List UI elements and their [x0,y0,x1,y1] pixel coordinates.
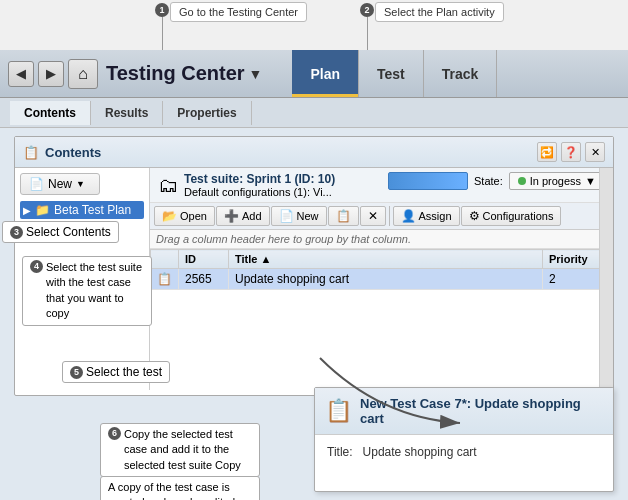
suite-title: Test suite: Sprint 1 (ID: 10) [184,172,335,186]
step2-bubble: Select the Plan activity [375,2,504,22]
nav-tabs: Plan Test Track [292,50,497,97]
step5-dot: 5 [70,366,83,379]
col-checkbox [151,250,179,269]
callout3: 3 Select Contents [2,221,119,243]
tab-plan[interactable]: Plan [292,50,359,97]
new-dropdown-button[interactable]: 📄 New ▼ [20,173,100,195]
home-button[interactable]: ⌂ [68,59,98,89]
grid-toolbar: 📂 Open ➕ Add 📄 New 📋 [150,203,613,230]
title-value: Update shopping cart [363,445,601,459]
state-dropdown-arrow: ▼ [585,175,596,187]
grid-scrollbar[interactable] [599,168,613,390]
row-id: 2565 [179,269,229,290]
help-button[interactable]: ❓ [561,142,581,162]
tree-item-icon: 📁 [35,203,50,217]
suite-subtitle: Default configurations (1): Vi... [184,186,335,198]
state-dot [518,177,526,185]
assign-icon: 👤 [401,209,416,223]
step3-dot: 3 [10,226,23,239]
delete-button[interactable]: ✕ [360,206,386,226]
tab-test[interactable]: Test [359,50,424,97]
step1-dot: 1 [155,3,169,17]
forward-button[interactable]: ▶ [38,61,64,87]
tree-arrow: ▶ [23,205,31,216]
suite-info: 🗂 Test suite: Sprint 1 (ID: 10) Default … [158,172,335,198]
title-dropdown[interactable]: ▼ [249,66,263,82]
new-case-body: Title: Update shopping cart [315,435,613,469]
add-icon: ➕ [224,209,239,223]
main-content: 📋 Contents 🔁 ❓ ✕ 📄 New ▼ [0,128,628,500]
table-row[interactable]: 📋 2565 Update shopping cart 2 [151,269,613,290]
row-title: Update shopping cart [229,269,543,290]
close-button[interactable]: ✕ [585,142,605,162]
new-icon: 📄 [279,209,294,223]
tab-results[interactable]: Results [91,101,163,125]
copy-button[interactable]: 📋 [328,206,359,226]
open-button[interactable]: 📂 Open [154,206,215,226]
open-icon: 📂 [162,209,177,223]
back-button[interactable]: ◀ [8,61,34,87]
new-case-header: 📋 New Test Case 7*: Update shopping cart [315,388,613,435]
callout6: 6 Copy the selected test case and add it… [100,423,260,477]
tree-item-beta-test-plan[interactable]: ▶ 📁 Beta Test Plan [20,201,144,219]
new-case-panel: 📋 New Test Case 7*: Update shopping cart… [314,387,614,492]
suite-text: Test suite: Sprint 1 (ID: 10) Default co… [184,172,335,198]
suite-icon: 🗂 [158,174,178,197]
col-id[interactable]: ID [179,250,229,269]
suite-state: State: In progess ▼ [388,172,605,190]
title-label: Title: [327,445,353,459]
new-dropdown-arrow: ▼ [76,179,85,189]
new-button[interactable]: 📄 New [271,206,327,226]
content-tabs-bar: Contents Results Properties [0,98,628,128]
app-title: Testing Center [106,62,245,85]
step2-dot: 2 [360,3,374,17]
state-badge: In progess ▼ [509,172,605,190]
new-icon: 📄 [29,177,44,191]
new-case-title: New Test Case 7*: Update shopping cart [360,396,603,426]
delete-icon: ✕ [368,209,378,223]
new-case-icon: 📋 [325,398,352,424]
callout7: A copy of the test case is created and c… [100,476,260,500]
step6-dot: 6 [108,427,121,440]
grid-hint: Drag a column header here to group by th… [150,230,613,249]
tab-track[interactable]: Track [424,50,498,97]
data-grid[interactable]: ID Title ▲ Priority 📋 2565 Update shoppi… [150,249,613,390]
col-title[interactable]: Title ▲ [229,250,543,269]
panel-header: 📋 Contents 🔁 ❓ ✕ [15,137,613,168]
panel-icon: 📋 [23,145,39,160]
step4-dot: 4 [30,260,43,273]
configurations-button[interactable]: ⚙ Configurations [461,206,562,226]
panel-header-icons: 🔁 ❓ ✕ [537,142,605,162]
suite-header: 🗂 Test suite: Sprint 1 (ID: 10) Default … [150,168,613,203]
configurations-icon: ⚙ [469,209,480,223]
row-icon: 📋 [151,269,179,290]
app-window: ◀ ▶ ⌂ Testing Center ▼ Plan Test Track C… [0,50,628,500]
title-bar: ◀ ▶ ⌂ Testing Center ▼ Plan Test Track [0,50,628,98]
callout4: 4 Select the test suite with the test ca… [22,256,152,326]
add-button[interactable]: ➕ Add [216,206,270,226]
toolbar-separator [389,206,390,226]
copy-icon: 📋 [336,209,351,223]
assign-button[interactable]: 👤 Assign [393,206,460,226]
callout5: 5 Select the test [62,361,170,383]
step1-bubble: Go to the Testing Center [170,2,307,22]
panel-title: 📋 Contents [23,145,101,160]
tab-contents[interactable]: Contents [10,101,91,125]
grid-area: 🗂 Test suite: Sprint 1 (ID: 10) Default … [150,168,613,390]
tab-properties[interactable]: Properties [163,101,251,125]
refresh-button[interactable]: 🔁 [537,142,557,162]
